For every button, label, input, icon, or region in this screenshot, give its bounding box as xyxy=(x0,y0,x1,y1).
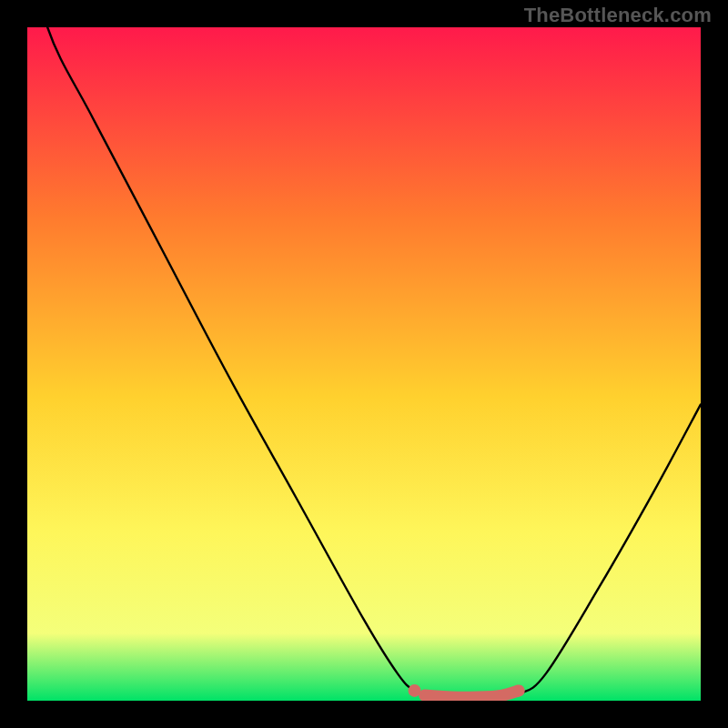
chart-frame: TheBottleneck.com xyxy=(0,0,728,728)
optimal-segment xyxy=(425,691,520,697)
optimal-point-marker xyxy=(409,684,421,697)
gradient-background xyxy=(27,27,701,701)
chart-svg xyxy=(27,27,701,701)
plot-area xyxy=(27,27,701,701)
watermark-text: TheBottleneck.com xyxy=(524,4,712,27)
